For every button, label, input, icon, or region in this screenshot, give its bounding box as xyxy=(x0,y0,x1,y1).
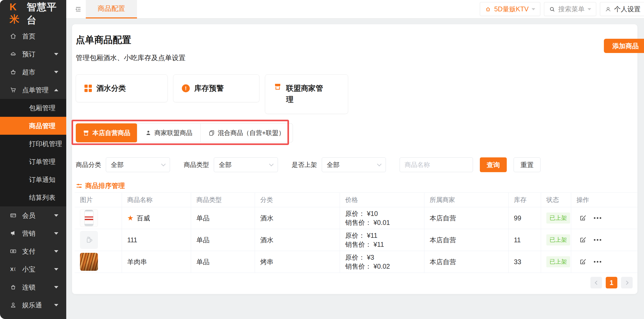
reset-button[interactable]: 重置 xyxy=(514,157,541,172)
product-stock: 99 xyxy=(509,207,541,229)
pagination: 1 xyxy=(590,277,633,288)
filter-category-select[interactable]: 全部 xyxy=(106,157,170,172)
product-image xyxy=(80,253,98,271)
logo-accent: K米 xyxy=(10,2,27,26)
tab-self-operated[interactable]: 本店自营商品 xyxy=(76,123,137,142)
sidebar: K米智慧平台 首页 预订 超市 点单管理 包厢管理 商品管理 打印机管理 订单管… xyxy=(0,0,66,319)
alert-icon: ! xyxy=(182,84,190,92)
main-content: 点单商品配置 管理包厢酒水、小吃库存及点单设置 添加商品 酒水分类 ! 库存预警… xyxy=(66,18,644,319)
products-table: 图片 商品名称 商品类型 分类 价格 所属商家 库存 状态 操作 ★百威 单品 … xyxy=(75,192,638,273)
header-category: 分类 xyxy=(255,193,340,207)
submenu-item-order-management[interactable]: 订单管理 xyxy=(0,153,66,171)
banknote-icon xyxy=(10,248,17,255)
chevron-down-icon xyxy=(54,214,58,217)
table-header-row: 图片 商品名称 商品类型 分类 价格 所属商家 库存 状态 操作 xyxy=(75,193,638,207)
edit-button[interactable] xyxy=(579,258,587,266)
storefront-icon xyxy=(274,83,282,90)
search-button[interactable]: 查询 xyxy=(480,157,507,172)
sidebar-item-home[interactable]: 首页 xyxy=(0,27,66,45)
add-product-button[interactable]: 添加商品 xyxy=(604,39,644,53)
chevron-right-icon xyxy=(624,281,628,285)
quick-action-drink-category[interactable]: 酒水分类 xyxy=(76,74,168,102)
page-subtitle: 管理包厢酒水、小吃库存及点单设置 xyxy=(76,53,186,62)
edit-icon xyxy=(579,214,587,222)
product-merchant: 本店自营 xyxy=(424,207,509,229)
filter-bar: 商品分类 全部 商品类型 全部 是否上架 全部 查询 重置 xyxy=(76,157,541,172)
product-name-input[interactable] xyxy=(400,157,473,172)
product-sort-link[interactable]: 商品排序管理 xyxy=(76,181,125,190)
chevron-left-icon xyxy=(595,281,599,285)
product-stock: 11 xyxy=(509,229,541,251)
sidebar-item-xiaobao[interactable]: X 小宝 xyxy=(0,260,66,278)
sidebar-item-chain[interactable]: 连锁 xyxy=(0,278,66,296)
pagination-current[interactable]: 1 xyxy=(606,277,617,288)
sidebar-item-yuletong[interactable]: 娱乐通 xyxy=(0,296,66,314)
status-badge: 已上架 xyxy=(546,212,570,224)
header-actions: 操作 xyxy=(571,193,638,207)
app-logo: K米智慧平台 xyxy=(0,0,66,27)
price-original: 原价： ¥11 xyxy=(345,231,377,240)
header-type: 商品类型 xyxy=(191,193,255,207)
quick-action-alliance-merchant[interactable]: 联盟商家管理 xyxy=(265,74,348,114)
product-name: 111 xyxy=(122,229,191,251)
chevron-down-icon xyxy=(377,162,382,166)
quick-action-stock-alert[interactable]: ! 库存预警 xyxy=(173,74,259,102)
chevron-down-icon xyxy=(54,53,58,55)
pagination-prev[interactable] xyxy=(590,277,602,288)
chevron-up-icon xyxy=(54,89,58,91)
chevron-down-icon xyxy=(54,268,58,270)
submenu-item-room-management[interactable]: 包厢管理 xyxy=(0,99,66,117)
product-category: 酒水 xyxy=(255,229,340,251)
submenu-item-settlement-list[interactable]: 结算列表 xyxy=(0,188,66,206)
tab-mixed-products[interactable]: 混合商品（自营+联盟） xyxy=(200,124,293,142)
chevron-down-icon xyxy=(54,304,58,306)
pagination-next[interactable] xyxy=(621,277,633,288)
edit-button[interactable] xyxy=(579,236,587,244)
venue-name: 5D量贩KTV xyxy=(494,5,529,13)
more-actions-button[interactable] xyxy=(594,261,601,263)
table-row: 羊肉串 单品 烤串 原价： ¥3 销售价： ¥0.02 本店自营 33 已上架 xyxy=(75,251,638,273)
sidebar-item-marketing[interactable]: 营销 xyxy=(0,224,66,242)
edit-button[interactable] xyxy=(579,214,587,222)
more-actions-button[interactable] xyxy=(594,217,601,219)
tab-merchant-alliance[interactable]: 商家联盟商品 xyxy=(137,124,200,142)
person-icon xyxy=(145,130,151,136)
sidebar-item-booking[interactable]: 预订 xyxy=(0,45,66,63)
submenu-item-order-notification[interactable]: 订单通知 xyxy=(0,171,66,188)
sidebar-item-member[interactable]: 会员 xyxy=(0,206,66,224)
sidebar-item-label: 营销 xyxy=(22,229,35,238)
collapse-sidebar-button[interactable] xyxy=(74,5,82,13)
header-status: 状态 xyxy=(541,193,571,207)
filter-shelf-select[interactable]: 全部 xyxy=(322,157,386,172)
submenu-item-product-management[interactable]: 商品管理 xyxy=(0,117,66,135)
sidebar-item-label: 娱乐通 xyxy=(22,301,42,310)
content-card: 点单商品配置 管理包厢酒水、小吃库存及点单设置 添加商品 酒水分类 ! 库存预警… xyxy=(72,24,637,294)
profile-label: 个人设置 xyxy=(614,5,641,13)
sidebar-item-ordering[interactable]: 点单管理 xyxy=(0,81,66,99)
filter-category-label: 商品分类 xyxy=(76,161,101,169)
cart-icon xyxy=(10,86,17,94)
sidebar-item-label: 点单管理 xyxy=(22,86,49,94)
filter-type-select[interactable]: 全部 xyxy=(214,157,278,172)
status-badge: 已上架 xyxy=(546,234,570,245)
collapse-icon xyxy=(74,5,82,13)
more-actions-button[interactable] xyxy=(594,239,601,241)
megaphone-icon xyxy=(10,230,17,237)
menu-search[interactable]: 搜索菜单 xyxy=(544,2,596,16)
table-row: ★百威 单品 酒水 原价： ¥10 销售价： ¥0.01 本店自营 99 已上架 xyxy=(75,207,638,229)
sidebar-item-market[interactable]: 超市 xyxy=(0,63,66,81)
mug-icon xyxy=(84,235,93,244)
profile-settings[interactable]: 个人设置 xyxy=(600,2,644,16)
search-icon xyxy=(549,6,555,12)
submenu-item-printer-management[interactable]: 打印机管理 xyxy=(0,135,66,153)
sidebar-item-label: 首页 xyxy=(22,32,35,41)
bag-icon xyxy=(10,283,17,291)
table-row: 111 单品 酒水 原价： ¥11 销售价： ¥11 本店自营 11 已上架 xyxy=(75,229,638,251)
venue-selector[interactable]: 5D量贩KTV xyxy=(480,2,540,16)
header-merchant: 所属商家 xyxy=(424,193,509,207)
sidebar-item-payment[interactable]: 支付 xyxy=(0,242,66,260)
topbar: 商品配置 5D量贩KTV 搜索菜单 个人设置 xyxy=(66,0,644,18)
tab-product-config[interactable]: 商品配置 xyxy=(86,0,137,18)
chevron-down-icon xyxy=(532,8,535,10)
person-icon xyxy=(605,6,611,12)
